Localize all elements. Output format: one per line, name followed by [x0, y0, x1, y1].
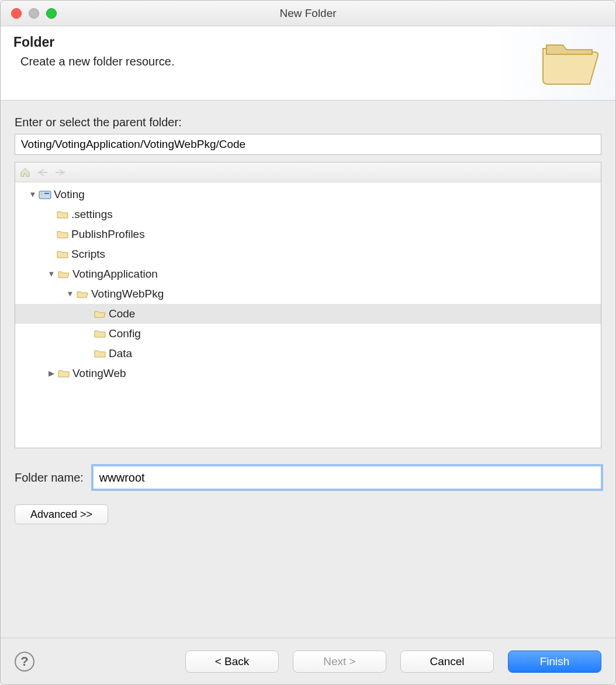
- dialog-title: Folder: [13, 34, 174, 50]
- folder-icon: [56, 229, 69, 240]
- parent-folder-label: Enter or select the parent folder:: [15, 116, 601, 129]
- tree-item-data[interactable]: Data: [15, 344, 601, 364]
- folder-open-icon: [76, 289, 89, 299]
- tree-label: Config: [109, 327, 141, 341]
- tree-item-scripts[interactable]: Scripts: [15, 244, 601, 264]
- tree-label: Voting: [54, 188, 85, 202]
- folder-open-icon: [57, 269, 70, 279]
- dialog-subtitle: Create a new folder resource.: [20, 55, 174, 68]
- parent-folder-input[interactable]: [15, 134, 601, 155]
- svg-rect-2: [44, 193, 49, 194]
- window-controls: [1, 8, 57, 19]
- tree-label: Code: [109, 307, 135, 321]
- tree-label: .settings: [71, 207, 113, 222]
- svg-rect-0: [39, 191, 51, 199]
- tree-label: Scripts: [71, 247, 105, 262]
- window-title: New Folder: [1, 7, 615, 20]
- tree-item-votingwebpkg[interactable]: ▼ VotingWebPkg: [15, 284, 601, 304]
- dialog-footer: ? < Back Next > Cancel Finish: [1, 638, 615, 684]
- tree-label: PublishProfiles: [71, 227, 145, 242]
- folder-tree: ▼ Voting .settings PublishProfiles: [15, 162, 601, 448]
- tree-item-voting[interactable]: ▼ Voting: [15, 185, 601, 205]
- forward-arrow-icon[interactable]: [54, 166, 67, 179]
- tree-item-code[interactable]: Code: [15, 304, 601, 324]
- maximize-window-button[interactable]: [46, 8, 57, 19]
- home-icon[interactable]: [19, 166, 32, 179]
- tree-label: VotingWebPkg: [91, 287, 164, 302]
- disclosure-right-icon[interactable]: ▶: [47, 369, 56, 379]
- folder-icon: [56, 249, 69, 260]
- disclosure-down-icon[interactable]: ▼: [65, 289, 75, 299]
- tree-label: Data: [109, 347, 132, 361]
- folder-icon: [57, 368, 70, 379]
- folder-open-icon: [538, 34, 603, 87]
- folder-icon: [94, 348, 106, 359]
- advanced-button[interactable]: Advanced >>: [15, 504, 108, 524]
- back-arrow-icon[interactable]: [36, 166, 49, 179]
- tree-item-votingapplication[interactable]: ▼ VotingApplication: [15, 264, 601, 284]
- close-window-button[interactable]: [11, 8, 22, 19]
- tree-toolbar: [15, 162, 601, 182]
- tree-item-config[interactable]: Config: [15, 324, 601, 344]
- tree-view[interactable]: ▼ Voting .settings PublishProfiles: [15, 182, 601, 448]
- tree-label: VotingWeb: [72, 366, 126, 381]
- finish-button[interactable]: Finish: [508, 651, 601, 673]
- folder-icon: [94, 328, 106, 339]
- tree-item-publishprofiles[interactable]: PublishProfiles: [15, 224, 601, 244]
- next-button: Next >: [293, 651, 386, 673]
- back-button[interactable]: < Back: [185, 651, 279, 673]
- project-icon: [39, 189, 51, 200]
- folder-name-label: Folder name:: [15, 471, 84, 485]
- folder-icon: [56, 209, 69, 220]
- titlebar: New Folder: [1, 1, 615, 26]
- dialog-header: Folder Create a new folder resource.: [1, 26, 615, 101]
- folder-name-input[interactable]: [93, 466, 601, 489]
- folder-open-icon: [94, 309, 106, 319]
- minimize-window-button[interactable]: [29, 8, 39, 19]
- help-icon[interactable]: ?: [15, 652, 34, 672]
- tree-item-votingweb[interactable]: ▶ VotingWeb: [15, 364, 601, 383]
- svg-point-1: [41, 193, 43, 195]
- disclosure-down-icon[interactable]: ▼: [28, 190, 37, 200]
- dialog-content: Enter or select the parent folder: ▼ Vot…: [1, 101, 615, 638]
- tree-item-settings[interactable]: .settings: [15, 205, 601, 224]
- tree-label: VotingApplication: [72, 267, 158, 282]
- cancel-button[interactable]: Cancel: [400, 651, 494, 673]
- disclosure-down-icon[interactable]: ▼: [47, 269, 56, 279]
